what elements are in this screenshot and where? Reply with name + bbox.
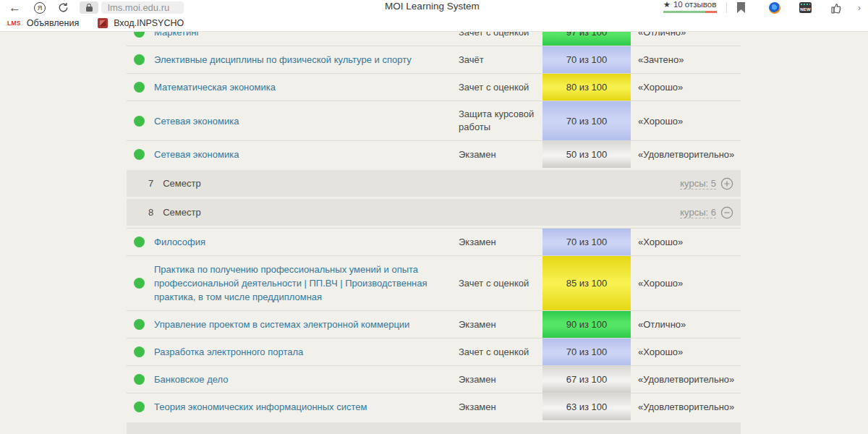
- table-row: Разработка электронного порталаЗачет с о…: [127, 338, 741, 365]
- table-row: ФилософияЭкзамен70 из 100«Хорошо»: [127, 228, 741, 255]
- status-dot-cell: [127, 141, 154, 168]
- table-row: Банковское делоЭкзамен67 из 100«Удовлетв…: [127, 365, 741, 393]
- toolbar-right-group: 10 отзывов NEW: [663, 0, 868, 15]
- exam-type-label: Экзамен: [459, 142, 542, 168]
- course-link[interactable]: Управление проектом в системах электронн…: [154, 311, 459, 338]
- score-cell: 80 из 100: [542, 74, 631, 101]
- score-cell: 70 из 100: [542, 229, 631, 255]
- exam-type-label: Зачет с оценкой: [459, 271, 542, 297]
- rating-bar: [663, 11, 717, 13]
- grades-table: МаркетингЗачет с оценкой97 из 100«Отличн…: [127, 19, 741, 434]
- lms-favicon: LMS: [7, 20, 21, 27]
- status-dot-icon: [134, 149, 145, 160]
- status-dot-cell: [127, 339, 154, 365]
- semester-number: 7: [148, 178, 153, 189]
- course-link[interactable]: Сетевая экономика: [154, 108, 459, 135]
- semester-courses-link[interactable]: курсы: 5: [680, 178, 716, 190]
- status-dot-icon: [134, 278, 145, 289]
- back-icon[interactable]: [9, 1, 25, 14]
- exam-type-label: Экзамен: [459, 312, 542, 338]
- status-dot-icon: [134, 237, 145, 247]
- browser-toolbar: lms.moi.edu.ru MOI Learning System 10 от…: [0, 0, 868, 15]
- extension-icon[interactable]: [769, 2, 780, 14]
- status-dot-cell: [127, 366, 154, 393]
- like-dislike-icon[interactable]: [830, 2, 843, 14]
- toolbar-divider: [726, 2, 727, 13]
- course-link[interactable]: Разработка электронного портала: [154, 339, 459, 365]
- status-dot-icon: [134, 401, 145, 412]
- grade-label: «Удовлетворительно»: [631, 149, 741, 160]
- score-cell: 70 из 100: [542, 46, 631, 73]
- semester-courses-link[interactable]: курсы: 6: [680, 207, 716, 218]
- url-text: lms.moi.edu.ru: [108, 2, 169, 13]
- browser-logo-icon[interactable]: [34, 2, 46, 14]
- site-security-badge[interactable]: [80, 1, 98, 14]
- status-dot-cell: [127, 74, 154, 101]
- course-link[interactable]: Банковское дело: [154, 366, 459, 393]
- grade-label: «Хорошо»: [631, 116, 741, 127]
- table-row: Управление проектом в системах электронн…: [127, 310, 741, 338]
- bookmark-label: Объявления: [27, 18, 79, 28]
- table-row: Теория экономических информационных сист…: [127, 393, 741, 420]
- score-cell: 70 из 100: [542, 339, 631, 365]
- exam-type-label: Зачет с оценкой: [459, 339, 542, 365]
- course-link[interactable]: Сетевая экономика: [154, 141, 459, 168]
- score-cell: 90 из 100: [542, 311, 631, 338]
- bookmark-icon[interactable]: [737, 2, 745, 13]
- toggle-minus-icon[interactable]: [720, 206, 733, 219]
- reviews-count-label: 10 отзывов: [673, 0, 716, 9]
- exam-type-label: Экзамен: [459, 367, 542, 393]
- semester-number: 8: [148, 207, 153, 218]
- status-dot-icon: [134, 374, 145, 385]
- bookmark-item-inpsycho[interactable]: Вход.INPSYCHO: [98, 18, 184, 28]
- star-icon: [663, 0, 671, 9]
- grade-label: «Хорошо»: [631, 82, 741, 93]
- course-link[interactable]: Элективные дисциплины по физической куль…: [154, 46, 459, 73]
- status-dot-cell: [127, 393, 154, 420]
- exam-type-label: Экзамен: [459, 229, 542, 255]
- semester-label: Семестр: [163, 178, 200, 189]
- semester-row-partial: [127, 422, 741, 434]
- toggle-plus-icon[interactable]: [720, 177, 733, 190]
- course-link[interactable]: Математическая экономика: [154, 74, 459, 101]
- status-dot-cell: [127, 46, 154, 73]
- new-badge-label: NEW: [800, 7, 811, 13]
- status-dot-cell: [127, 311, 154, 338]
- lms-page: МаркетингЗачет с оценкой97 из 100«Отличн…: [0, 19, 868, 434]
- page-title: MOI Learning System: [385, 1, 480, 12]
- site-reviews[interactable]: 10 отзывов: [663, 0, 717, 13]
- status-dot-icon: [134, 116, 145, 127]
- course-link[interactable]: Теория экономических информационных сист…: [154, 393, 459, 420]
- status-dot-cell: [127, 101, 154, 140]
- status-dot-cell: [127, 256, 154, 310]
- new-feature-icon[interactable]: NEW: [799, 2, 812, 13]
- lock-icon: [86, 7, 93, 12]
- status-dot-icon: [134, 82, 145, 93]
- grade-label: «Отлично»: [631, 319, 741, 330]
- inpsycho-favicon: [98, 18, 108, 28]
- grade-label: «Хорошо»: [631, 346, 741, 357]
- address-bar[interactable]: lms.moi.edu.ru: [101, 1, 184, 14]
- semester-row[interactable]: 7Семестркурсы: 5: [127, 170, 741, 197]
- refresh-icon[interactable]: [58, 2, 69, 13]
- exam-type-label: Защита курсовой работы: [459, 101, 542, 140]
- course-link[interactable]: Философия: [154, 229, 459, 255]
- status-dot-icon: [134, 319, 145, 330]
- bookmarks-bar: LMS Объявления Вход.INPSYCHO: [0, 15, 868, 31]
- bookmark-item-announcements[interactable]: LMS Объявления: [7, 18, 79, 28]
- exam-type-label: Зачет с оценкой: [459, 75, 542, 101]
- exam-type-label: Зачёт: [459, 47, 542, 73]
- status-dot-icon: [134, 54, 145, 65]
- bookmark-label: Вход.INPSYCHO: [114, 18, 184, 28]
- score-cell: 63 из 100: [542, 393, 631, 420]
- score-cell: 50 из 100: [542, 141, 631, 168]
- table-row: Сетевая экономикаЭкзамен50 из 100«Удовле…: [127, 140, 741, 168]
- table-row: Практика по получению профессиональных у…: [127, 255, 741, 310]
- semester-row[interactable]: 8Семестркурсы: 6: [127, 199, 741, 226]
- browser-chrome: lms.moi.edu.ru MOI Learning System 10 от…: [0, 0, 868, 32]
- exam-type-label: Экзамен: [459, 394, 542, 420]
- overflow-chevron-icon[interactable]: [858, 3, 865, 13]
- score-cell: 67 из 100: [542, 366, 631, 393]
- semester-label: Семестр: [163, 207, 200, 218]
- course-link[interactable]: Практика по получению профессиональных у…: [154, 256, 459, 310]
